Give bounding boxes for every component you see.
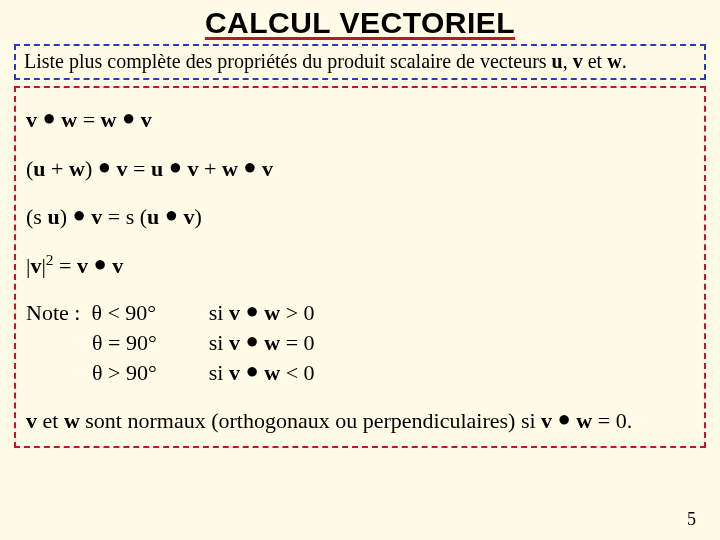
p3-rp: ) xyxy=(60,204,73,229)
c2-rel: = 0 xyxy=(280,330,314,355)
p4-v3: v xyxy=(112,253,123,278)
c2-pre: si xyxy=(209,330,229,355)
c3-rel: < 0 xyxy=(280,360,314,385)
p2-eq: = xyxy=(128,156,151,181)
property-2: (u + w) ● v = u ● v + w ● v xyxy=(26,145,694,194)
dot-icon: ● xyxy=(88,251,112,276)
c3-pre: si xyxy=(209,360,229,385)
dot-icon: ● xyxy=(72,202,91,227)
p2-w: w xyxy=(69,156,85,181)
p1-w1: w xyxy=(61,107,77,132)
p3-rp2: ) xyxy=(195,204,202,229)
p1-w2: w xyxy=(101,107,117,132)
c1-pre: si xyxy=(209,300,229,325)
intro-pre: Liste plus complète des propriétés du pr… xyxy=(24,50,552,72)
dot-icon: ● xyxy=(117,105,141,130)
p3-v2: v xyxy=(184,204,195,229)
intro-sep1: , xyxy=(563,50,573,72)
p2-v3: v xyxy=(262,156,273,181)
p3-eq: = s ( xyxy=(102,204,147,229)
p4-eq: = xyxy=(54,253,77,278)
c3-w: w xyxy=(264,360,280,385)
p1-eq: = xyxy=(77,107,100,132)
p4-v: v xyxy=(30,253,41,278)
c1-v: v xyxy=(229,300,240,325)
note-l1: θ < 90° xyxy=(91,300,156,325)
p2-plus2: + xyxy=(198,156,221,181)
dot-icon: ● xyxy=(98,154,117,179)
f-v: v xyxy=(26,408,37,433)
note-l2: θ = 90° xyxy=(92,330,157,355)
dot-icon: ● xyxy=(238,154,262,179)
p2-u2: u xyxy=(151,156,163,181)
f-eq: = 0. xyxy=(592,408,632,433)
intro-sep2: et xyxy=(583,50,607,72)
p3-u: u xyxy=(47,204,59,229)
dot-icon: ● xyxy=(37,105,61,130)
p2-rp: ) xyxy=(85,156,98,181)
intro-v: v xyxy=(573,50,583,72)
p2-w2: w xyxy=(222,156,238,181)
p2-u: u xyxy=(33,156,45,181)
c2-v: v xyxy=(229,330,240,355)
intro-w: w xyxy=(607,50,621,72)
final-statement: v et w sont normaux (orthogonaux ou perp… xyxy=(26,397,694,436)
page-title: CALCUL VECTORIEL xyxy=(10,6,710,40)
p4-exp: 2 xyxy=(46,250,54,267)
note-block: Note : θ < 90° θ = 90° θ > 90° si v ● w … xyxy=(26,290,694,397)
p1-v1: v xyxy=(26,107,37,132)
intro-end: . xyxy=(622,50,627,72)
dot-icon: ● xyxy=(159,202,183,227)
p3-u2: u xyxy=(147,204,159,229)
intro-box: Liste plus complète des propriétés du pr… xyxy=(14,44,706,80)
f-v2: v xyxy=(541,408,552,433)
property-3: (s u) ● v = s (u ● v) xyxy=(26,193,694,242)
property-1: v ● w = w ● v xyxy=(26,96,694,145)
p2-plus: + xyxy=(46,156,69,181)
properties-box: v ● w = w ● v (u + w) ● v = u ● v + w ● … xyxy=(14,86,706,448)
p2-v1: v xyxy=(117,156,128,181)
note-left: Note : θ < 90° θ = 90° θ > 90° xyxy=(26,298,157,387)
p3-v1: v xyxy=(91,204,102,229)
p4-v2: v xyxy=(77,253,88,278)
c1-rel: > 0 xyxy=(280,300,314,325)
page-number: 5 xyxy=(687,509,696,530)
intro-text: Liste plus complète des propriétés du pr… xyxy=(24,50,627,72)
c1-w: w xyxy=(264,300,280,325)
p3-lp: (s xyxy=(26,204,47,229)
dot-icon: ● xyxy=(240,298,264,323)
f-w2: w xyxy=(576,408,592,433)
p1-v2: v xyxy=(141,107,152,132)
dot-icon: ● xyxy=(163,154,187,179)
dot-icon: ● xyxy=(240,358,264,383)
property-4: |v|2 = v ● v xyxy=(26,242,694,291)
f-txt: sont normaux (orthogonaux ou perpendicul… xyxy=(80,408,541,433)
dot-icon: ● xyxy=(240,328,264,353)
c3-v: v xyxy=(229,360,240,385)
note-l3: θ > 90° xyxy=(92,360,157,385)
c2-w: w xyxy=(264,330,280,355)
slide: CALCUL VECTORIEL Liste plus complète des… xyxy=(0,0,720,540)
f-and: et xyxy=(37,408,64,433)
dot-icon: ● xyxy=(552,406,576,431)
f-w: w xyxy=(64,408,80,433)
note-label: Note : xyxy=(26,300,91,325)
note-right: si v ● w > 0 si v ● w = 0 si v ● w < 0 xyxy=(209,298,315,387)
p2-v2: v xyxy=(187,156,198,181)
intro-u: u xyxy=(552,50,563,72)
